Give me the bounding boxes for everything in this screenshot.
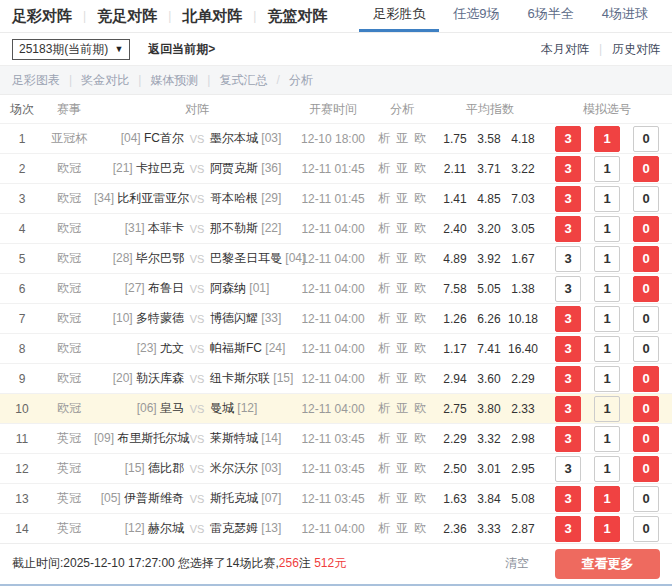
analysis-link-ou[interactable]: 欧 bbox=[414, 461, 426, 475]
pick-button-0[interactable]: 0 bbox=[633, 246, 659, 272]
analysis-link-xi[interactable]: 析 bbox=[378, 251, 390, 265]
analysis-link-ya[interactable]: 亚 bbox=[396, 341, 408, 355]
pick-button-3[interactable]: 3 bbox=[555, 456, 581, 482]
pick-button-3[interactable]: 3 bbox=[555, 156, 581, 182]
analysis-link-xi[interactable]: 析 bbox=[378, 341, 390, 355]
pick-button-1[interactable]: 1 bbox=[594, 126, 620, 152]
pick-button-0[interactable]: 0 bbox=[633, 396, 659, 422]
pick-button-0[interactable]: 0 bbox=[633, 426, 659, 452]
pick-button-3[interactable]: 3 bbox=[555, 366, 581, 392]
analysis-link-ou[interactable]: 欧 bbox=[414, 191, 426, 205]
history-matches-link[interactable]: 历史对阵 bbox=[612, 41, 660, 58]
pick-button-1[interactable]: 1 bbox=[594, 486, 620, 512]
pick-button-0[interactable]: 0 bbox=[633, 336, 659, 362]
pick-button-1[interactable]: 1 bbox=[594, 156, 620, 182]
pick-button-0[interactable]: 0 bbox=[633, 366, 659, 392]
analysis-link-xi[interactable]: 析 bbox=[378, 431, 390, 445]
pick-button-3[interactable]: 3 bbox=[555, 246, 581, 272]
nav-item-beidan[interactable]: 北单对阵 bbox=[182, 7, 242, 26]
pick-button-3[interactable]: 3 bbox=[555, 486, 581, 512]
analysis-link-xi[interactable]: 析 bbox=[378, 191, 390, 205]
pick-button-0[interactable]: 0 bbox=[633, 156, 659, 182]
pick-button-1[interactable]: 1 bbox=[594, 516, 620, 542]
pick-button-1[interactable]: 1 bbox=[594, 216, 620, 242]
tab-banquan[interactable]: 6场半全 bbox=[514, 0, 588, 32]
pick-button-0[interactable]: 0 bbox=[633, 216, 659, 242]
pick-button-3[interactable]: 3 bbox=[555, 276, 581, 302]
analysis-link-xi[interactable]: 析 bbox=[378, 491, 390, 505]
clear-button[interactable]: 清空 bbox=[505, 555, 529, 572]
pick-button-3[interactable]: 3 bbox=[555, 426, 581, 452]
pick-button-1[interactable]: 1 bbox=[594, 246, 620, 272]
pick-button-1[interactable]: 1 bbox=[594, 396, 620, 422]
analysis-link-xi[interactable]: 析 bbox=[378, 221, 390, 235]
pick-button-1[interactable]: 1 bbox=[594, 336, 620, 362]
analysis-link-ya[interactable]: 亚 bbox=[396, 131, 408, 145]
analysis-link-ou[interactable]: 欧 bbox=[414, 371, 426, 385]
back-to-current-link[interactable]: 返回当前期> bbox=[148, 41, 215, 58]
pick-button-0[interactable]: 0 bbox=[633, 456, 659, 482]
analysis-link-xi[interactable]: 析 bbox=[378, 521, 390, 535]
subtab-analysis[interactable]: 分析 bbox=[289, 72, 313, 89]
analysis-link-ou[interactable]: 欧 bbox=[414, 491, 426, 505]
month-matches-link[interactable]: 本月对阵 bbox=[541, 41, 589, 58]
pick-button-1[interactable]: 1 bbox=[594, 426, 620, 452]
analysis-link-ya[interactable]: 亚 bbox=[396, 161, 408, 175]
pick-button-1[interactable]: 1 bbox=[594, 276, 620, 302]
analysis-link-ya[interactable]: 亚 bbox=[396, 251, 408, 265]
nav-item-jingzu[interactable]: 竞足对阵 bbox=[97, 7, 157, 26]
analysis-link-ya[interactable]: 亚 bbox=[396, 221, 408, 235]
analysis-link-ou[interactable]: 欧 bbox=[414, 311, 426, 325]
analysis-link-ou[interactable]: 欧 bbox=[414, 221, 426, 235]
analysis-link-ou[interactable]: 欧 bbox=[414, 401, 426, 415]
subtab-multi-summary[interactable]: 复式汇总 bbox=[219, 72, 267, 89]
analysis-link-ou[interactable]: 欧 bbox=[414, 521, 426, 535]
pick-button-0[interactable]: 0 bbox=[633, 486, 659, 512]
analysis-link-ya[interactable]: 亚 bbox=[396, 401, 408, 415]
analysis-link-xi[interactable]: 析 bbox=[378, 131, 390, 145]
pick-button-0[interactable]: 0 bbox=[633, 306, 659, 332]
pick-button-0[interactable]: 0 bbox=[633, 126, 659, 152]
analysis-link-ou[interactable]: 欧 bbox=[414, 431, 426, 445]
analysis-link-xi[interactable]: 析 bbox=[378, 401, 390, 415]
subtab-media-predict[interactable]: 媒体预测 bbox=[150, 72, 198, 89]
pick-button-0[interactable]: 0 bbox=[633, 276, 659, 302]
analysis-link-xi[interactable]: 析 bbox=[378, 371, 390, 385]
pick-button-3[interactable]: 3 bbox=[555, 126, 581, 152]
pick-button-0[interactable]: 0 bbox=[633, 186, 659, 212]
pick-button-1[interactable]: 1 bbox=[594, 366, 620, 392]
analysis-link-ya[interactable]: 亚 bbox=[396, 311, 408, 325]
analysis-link-ou[interactable]: 欧 bbox=[414, 161, 426, 175]
analysis-link-ou[interactable]: 欧 bbox=[414, 341, 426, 355]
view-more-button[interactable]: 查看更多 bbox=[555, 549, 660, 579]
subtab-prize-compare[interactable]: 奖金对比 bbox=[81, 72, 129, 89]
analysis-link-xi[interactable]: 析 bbox=[378, 461, 390, 475]
analysis-link-ya[interactable]: 亚 bbox=[396, 191, 408, 205]
analysis-link-ya[interactable]: 亚 bbox=[396, 461, 408, 475]
pick-button-1[interactable]: 1 bbox=[594, 306, 620, 332]
analysis-link-ya[interactable]: 亚 bbox=[396, 371, 408, 385]
analysis-link-ya[interactable]: 亚 bbox=[396, 431, 408, 445]
tab-jinqiu[interactable]: 4场进球 bbox=[588, 0, 662, 32]
pick-button-3[interactable]: 3 bbox=[555, 186, 581, 212]
analysis-link-ya[interactable]: 亚 bbox=[396, 281, 408, 295]
analysis-link-xi[interactable]: 析 bbox=[378, 281, 390, 295]
pick-button-3[interactable]: 3 bbox=[555, 306, 581, 332]
subtab-charts[interactable]: 足彩图表 bbox=[12, 72, 60, 89]
analysis-link-ya[interactable]: 亚 bbox=[396, 521, 408, 535]
nav-item-jinglan[interactable]: 竞篮对阵 bbox=[267, 7, 327, 26]
pick-button-1[interactable]: 1 bbox=[594, 186, 620, 212]
analysis-link-xi[interactable]: 析 bbox=[378, 161, 390, 175]
analysis-link-ou[interactable]: 欧 bbox=[414, 251, 426, 265]
tab-renxuan9[interactable]: 任选9场 bbox=[439, 0, 513, 32]
analysis-link-ya[interactable]: 亚 bbox=[396, 491, 408, 505]
analysis-link-xi[interactable]: 析 bbox=[378, 311, 390, 325]
pick-button-3[interactable]: 3 bbox=[555, 336, 581, 362]
pick-button-1[interactable]: 1 bbox=[594, 456, 620, 482]
tab-shengfu[interactable]: 足彩胜负 bbox=[359, 0, 439, 32]
pick-button-3[interactable]: 3 bbox=[555, 516, 581, 542]
period-select[interactable]: 25183期(当前期) ▼ bbox=[12, 39, 130, 60]
pick-button-3[interactable]: 3 bbox=[555, 396, 581, 422]
pick-button-0[interactable]: 0 bbox=[633, 516, 659, 542]
pick-button-3[interactable]: 3 bbox=[555, 216, 581, 242]
